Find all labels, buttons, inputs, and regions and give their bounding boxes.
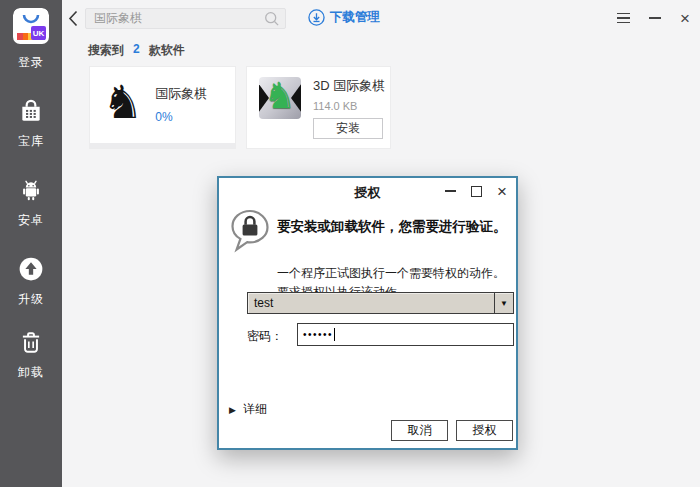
minimize-icon[interactable] bbox=[649, 17, 661, 19]
dialog-minimize-icon[interactable] bbox=[445, 190, 456, 192]
sidebar-item-upgrade[interactable]: 升级 bbox=[0, 256, 62, 308]
sidebar-item-label: 宝库 bbox=[18, 133, 44, 150]
search-input[interactable] bbox=[86, 12, 264, 26]
download-progress-label: 0% bbox=[155, 110, 207, 124]
password-input[interactable]: •••••• bbox=[297, 323, 514, 346]
password-row: 密码： •••••• bbox=[247, 323, 514, 347]
upgrade-circle-icon bbox=[18, 256, 44, 286]
details-label: 详细 bbox=[243, 401, 267, 418]
password-masked-value: •••••• bbox=[303, 329, 333, 340]
sidebar-item-uninstall[interactable]: 卸载 bbox=[0, 329, 62, 381]
lock-bubble-icon bbox=[227, 208, 273, 258]
trash-icon bbox=[18, 329, 44, 359]
sidebar-item-android[interactable]: 安卓 bbox=[0, 177, 62, 229]
dialog-heading: 要安装或卸载软件，您需要进行验证。 bbox=[277, 218, 507, 236]
uk-store-logo-icon: UK bbox=[13, 8, 49, 48]
dialog-close-icon[interactable]: × bbox=[497, 183, 507, 200]
android-icon bbox=[18, 177, 44, 207]
identity-select-value: test bbox=[248, 293, 494, 313]
search-results-summary: 搜索到 2 款软件 bbox=[88, 42, 185, 59]
app-card-chess[interactable]: ♞ 国际象棋 0% bbox=[90, 67, 235, 148]
svg-text:UK: UK bbox=[33, 29, 45, 38]
app-title: 国际象棋 bbox=[155, 85, 207, 103]
search-icon bbox=[264, 11, 280, 27]
window-controls: × bbox=[617, 9, 690, 27]
sidebar: UK 登录 宝库 bbox=[0, 0, 62, 487]
app-size: 114.0 KB bbox=[313, 100, 385, 112]
results-count: 2 bbox=[133, 42, 140, 59]
3d-chess-app-icon: ♞ bbox=[259, 77, 301, 119]
back-button[interactable] bbox=[68, 10, 82, 27]
dialog-maximize-icon[interactable] bbox=[471, 186, 482, 197]
combo-dropdown-button[interactable]: ▼ bbox=[494, 293, 513, 313]
chevron-left-icon bbox=[68, 10, 78, 27]
chevron-down-icon: ▼ bbox=[500, 299, 508, 308]
results-suffix: 款软件 bbox=[149, 42, 185, 59]
authorize-button[interactable]: 授权 bbox=[456, 420, 513, 441]
sidebar-item-label: 安卓 bbox=[18, 212, 44, 229]
triangle-right-icon: ▶ bbox=[229, 405, 236, 415]
app-card-3d-chess[interactable]: ♞ 3D 国际象棋 114.0 KB 安装 bbox=[247, 67, 390, 148]
dialog-titlebar: 授权 × bbox=[219, 178, 516, 204]
close-icon[interactable]: × bbox=[680, 10, 690, 27]
download-circle-icon bbox=[308, 9, 325, 26]
sidebar-item-store[interactable]: 宝库 bbox=[0, 98, 62, 150]
login-label: 登录 bbox=[18, 54, 44, 71]
login-button[interactable]: UK 登录 bbox=[0, 8, 62, 71]
authorization-dialog: 授权 × 要安装或卸载软件，您需要进行验证。 一个程序正试图执行一个需要特权的动… bbox=[217, 176, 518, 450]
app-window: UK 登录 宝库 bbox=[0, 0, 700, 487]
search-box bbox=[85, 8, 286, 29]
results-prefix: 搜索到 bbox=[88, 42, 124, 59]
progress-bar bbox=[90, 143, 235, 148]
sidebar-item-label: 卸载 bbox=[18, 364, 44, 381]
download-manager-button[interactable]: 下载管理 bbox=[308, 9, 380, 26]
details-expander[interactable]: ▶ 详细 bbox=[229, 401, 267, 418]
app-title: 3D 国际象棋 bbox=[313, 77, 385, 95]
download-manager-label: 下载管理 bbox=[330, 9, 380, 26]
identity-select[interactable]: test ▼ bbox=[247, 292, 514, 314]
store-bag-icon bbox=[18, 98, 44, 128]
install-button[interactable]: 安装 bbox=[313, 118, 383, 139]
text-caret bbox=[334, 328, 335, 341]
knight-icon: ♞ bbox=[102, 77, 143, 127]
hamburger-menu-icon[interactable] bbox=[617, 13, 630, 24]
cancel-button[interactable]: 取消 bbox=[391, 420, 448, 441]
password-label: 密码： bbox=[247, 328, 283, 345]
sidebar-item-label: 升级 bbox=[18, 291, 44, 308]
